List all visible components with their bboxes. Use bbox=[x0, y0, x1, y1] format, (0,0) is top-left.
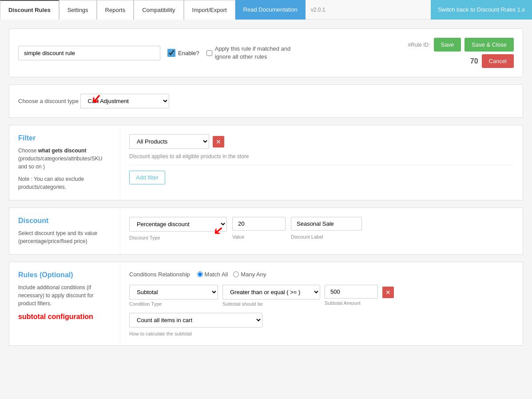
discount-label-input[interactable] bbox=[291, 217, 362, 231]
operator-label: Subtotal should be bbox=[222, 301, 320, 307]
many-any-label: Many Any bbox=[241, 271, 266, 278]
discount-type-section: ➔ Choose a discount type Cart Adjustment… bbox=[9, 84, 523, 118]
how-label: How to calculate the subtotal bbox=[129, 331, 514, 336]
enable-label: Enable? bbox=[178, 50, 199, 56]
cancel-button[interactable]: Cancel bbox=[482, 54, 514, 68]
tab-compatibility[interactable]: Compatibility bbox=[134, 0, 183, 20]
subtotal-how-select[interactable]: Count all items in cart Count unique ite… bbox=[129, 313, 262, 327]
save-close-button[interactable]: Save & Close bbox=[465, 38, 514, 52]
discount-value-input[interactable] bbox=[232, 217, 286, 231]
discount-desc: Select discount type and its value (perc… bbox=[18, 229, 111, 245]
rule-name-card: Enable? Apply this rule if matched and i… bbox=[9, 28, 523, 77]
discount-type-label: Choose a discount type bbox=[18, 98, 79, 104]
amount-label: Subtotal Amount bbox=[325, 300, 378, 306]
enable-checkbox[interactable] bbox=[167, 49, 175, 57]
condition-type-select[interactable]: Subtotal Cart Item Count Product Quantit… bbox=[129, 285, 218, 299]
read-documentation-button[interactable]: Read Documentation bbox=[235, 0, 306, 20]
rule-id-value: 70 bbox=[470, 57, 478, 65]
many-any-option: Many Any bbox=[233, 271, 266, 278]
discount-value-field: Value bbox=[232, 217, 286, 239]
rule-id-cancel-row: 70 Cancel bbox=[470, 54, 514, 68]
discount-row: Percentage discount Fixed discount Fixed… bbox=[129, 217, 514, 240]
rule-id-label: #Rule ID: bbox=[408, 42, 430, 48]
filter-row: All Products Specific Products Product C… bbox=[129, 134, 514, 149]
condition-value-group: Subtotal Amount bbox=[325, 285, 378, 306]
apply-rule-group: Apply this rule if matched and ignore al… bbox=[206, 45, 304, 61]
discount-title: Discount bbox=[18, 217, 111, 225]
remove-filter-button[interactable]: ✕ bbox=[213, 136, 224, 148]
discount-section: Discount Select discount type and its va… bbox=[9, 207, 523, 255]
condition-row: Subtotal Cart Item Count Product Quantit… bbox=[129, 285, 514, 307]
filter-note: Note : You can also exclude products/cat… bbox=[18, 175, 111, 191]
rule-name-row: Enable? Apply this rule if matched and i… bbox=[18, 38, 514, 68]
rules-desc: Include additional conditions (if necess… bbox=[18, 283, 111, 307]
discount-type-field: Percentage discount Fixed discount Fixed… bbox=[129, 217, 227, 240]
remove-condition-button[interactable]: ✕ bbox=[382, 287, 394, 298]
discount-right-col: ➔ Percentage discount Fixed discount Fix… bbox=[120, 208, 523, 254]
condition-type-group: Subtotal Cart Item Count Product Quantit… bbox=[129, 285, 218, 307]
subtotal-config-label: subtotal configuration bbox=[18, 313, 111, 321]
subtotal-how-section: Count all items in cart Count unique ite… bbox=[129, 313, 514, 336]
save-button[interactable]: Save bbox=[434, 38, 461, 52]
version-label: v2.0.1 bbox=[306, 7, 331, 13]
rules-title: Rules (Optional) bbox=[18, 271, 111, 279]
tab-reports[interactable]: Reports bbox=[97, 0, 134, 20]
rule-name-input[interactable] bbox=[18, 46, 160, 60]
match-all-label: Match All bbox=[205, 271, 228, 278]
discount-left-col: Discount Select discount type and its va… bbox=[9, 208, 120, 254]
condition-type-label: Condition Type bbox=[129, 301, 218, 307]
match-all-radio[interactable] bbox=[197, 271, 203, 277]
tab-discount-rules[interactable]: Discount Rules bbox=[0, 0, 59, 20]
filter-type-select[interactable]: All Products Specific Products Product C… bbox=[129, 134, 209, 149]
conditions-relationship-label: Conditions Relationship bbox=[129, 271, 190, 278]
rule-id-row: #Rule ID: Save Save & Close bbox=[408, 38, 514, 52]
condition-value-input[interactable] bbox=[325, 285, 378, 299]
rules-right-col: Conditions Relationship Match All Many A… bbox=[120, 262, 523, 345]
filter-title: Filter bbox=[18, 134, 111, 142]
tab-settings[interactable]: Settings bbox=[59, 0, 97, 20]
discount-type-field-label: Discount Type bbox=[129, 235, 227, 240]
conditions-relationship-row: Conditions Relationship Match All Many A… bbox=[129, 271, 514, 278]
rules-left-col: Rules (Optional) Include additional cond… bbox=[9, 262, 120, 345]
filter-left-col: Filter Choose what gets discount (produc… bbox=[9, 125, 120, 200]
filter-section: Filter Choose what gets discount (produc… bbox=[9, 125, 523, 200]
add-filter-button[interactable]: Add filter bbox=[129, 171, 165, 184]
switch-rules-button[interactable]: Switch back to Discount Rules 1.x bbox=[431, 0, 532, 20]
apply-rule-label: Apply this rule if matched and ignore al… bbox=[215, 45, 304, 61]
apply-rule-checkbox[interactable] bbox=[206, 50, 212, 56]
match-all-option: Match All bbox=[197, 271, 228, 278]
discount-type-select2[interactable]: Percentage discount Fixed discount Fixed… bbox=[129, 217, 227, 231]
enable-group: Enable? bbox=[167, 49, 199, 57]
tab-import-export[interactable]: Import/Export bbox=[184, 0, 235, 20]
discount-label-field: Discount Label bbox=[291, 217, 362, 239]
filter-desc: Choose what gets discount (products/cate… bbox=[18, 147, 111, 171]
subtotal-how-group: Count all items in cart Count unique ite… bbox=[129, 313, 514, 336]
many-any-radio[interactable] bbox=[233, 271, 239, 277]
top-navigation: Discount Rules Settings Reports Compatib… bbox=[0, 0, 532, 20]
discount-type-select[interactable]: Cart Adjustment Product Discount Buy X G… bbox=[80, 94, 169, 108]
rule-id-group: #Rule ID: Save Save & Close 70 Cancel bbox=[408, 38, 514, 68]
discount-label-field-label: Discount Label bbox=[291, 234, 362, 239]
discount-value-label: Value bbox=[232, 234, 286, 239]
radio-group: Match All Many Any bbox=[197, 271, 266, 278]
main-content: Enable? Apply this rule if matched and i… bbox=[0, 20, 532, 362]
rules-section: Rules (Optional) Include additional cond… bbox=[9, 262, 523, 346]
condition-operator-group: Greater than or equal ( >= ) Less than (… bbox=[222, 285, 320, 307]
filter-right-col: All Products Specific Products Product C… bbox=[120, 125, 523, 200]
filter-description: Discount applies to all eligible product… bbox=[129, 153, 514, 160]
top-button-row: Save Save & Close bbox=[434, 38, 514, 52]
condition-operator-select[interactable]: Greater than or equal ( >= ) Less than (… bbox=[222, 285, 320, 299]
